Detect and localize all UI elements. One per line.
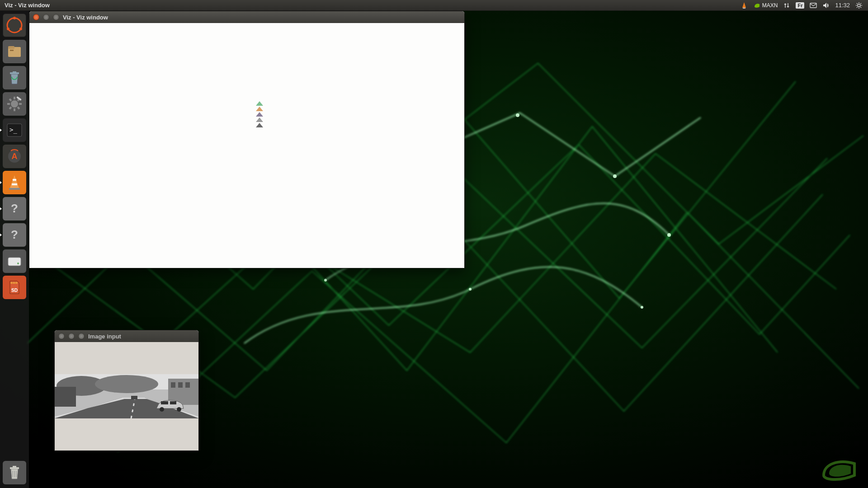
svg-text:>_: >_ [9,126,17,134]
svg-point-2 [613,174,617,178]
svg-line-17 [861,7,862,8]
keyboard-layout-indicator[interactable]: Fr [793,0,807,10]
svg-rect-44 [12,183,17,185]
svg-point-20 [7,18,22,33]
svg-point-11 [858,4,860,7]
image-input-canvas[interactable] [55,342,198,450]
svg-rect-56 [13,466,16,468]
svg-rect-8 [743,8,745,9]
svg-rect-25 [8,46,14,49]
image-input-titlebar[interactable]: Image input [55,330,198,342]
svg-rect-64 [54,387,76,407]
triangle-marker [256,123,263,127]
help-icon[interactable]: ? [3,223,26,247]
triangle-marker [256,112,263,117]
vlc-icon[interactable] [3,171,26,194]
input-image-thumbnail [54,374,199,418]
external-drive-icon[interactable] [3,249,26,273]
svg-rect-54 [16,282,17,284]
nvidia-logo-icon [819,455,860,483]
help-icon[interactable]: ? [3,197,26,221]
svg-point-72 [160,407,164,412]
triangle-marker [256,107,263,111]
svg-rect-51 [11,282,12,284]
svg-line-33 [9,99,11,101]
minimize-button[interactable] [43,14,49,20]
svg-text:?: ? [11,228,18,241]
svg-rect-76 [131,396,137,399]
triangle-marker [256,117,263,122]
svg-line-35 [9,107,11,109]
software-updater-icon[interactable]: A [3,145,26,168]
svg-marker-7 [742,2,746,8]
image-input-window: Image input [54,330,199,451]
svg-text:A: A [12,152,18,161]
window-title: Viz - Viz window [63,14,108,21]
viz-window: Viz - Viz window [29,11,465,268]
trash-icon[interactable] [3,461,26,484]
mail-indicator-icon[interactable] [807,0,820,10]
nvidia-indicator-icon[interactable]: MAXN [750,0,781,10]
svg-point-6 [641,306,643,309]
svg-marker-10 [823,3,826,8]
viz-marker-stack [256,101,263,127]
svg-line-16 [857,3,858,4]
svg-point-3 [667,233,671,237]
svg-rect-53 [14,282,15,284]
svg-point-49 [17,263,19,264]
triangle-marker [256,101,263,106]
svg-line-18 [857,7,858,8]
recycle-bin-icon[interactable] [3,66,26,89]
settings-gear-icon[interactable] [3,92,26,116]
svg-point-5 [469,288,472,291]
viz-window-titlebar[interactable]: Viz - Viz window [29,11,464,23]
power-profile-label: MAXN [762,2,778,9]
svg-rect-67 [178,382,183,388]
svg-rect-48 [8,258,21,266]
svg-point-1 [516,113,519,117]
svg-text:?: ? [11,202,18,215]
svg-line-34 [18,107,19,109]
svg-rect-66 [171,382,175,388]
svg-rect-45 [9,188,20,190]
svg-rect-74 [161,401,168,404]
svg-marker-42 [10,175,19,188]
network-indicator-icon[interactable] [780,0,793,10]
files-icon[interactable] [3,40,26,63]
vlc-indicator-icon[interactable] [738,0,750,10]
svg-rect-52 [13,282,14,284]
svg-rect-68 [185,382,190,388]
svg-rect-26 [10,50,14,51]
svg-point-28 [11,100,18,108]
terminal-icon[interactable]: >_ [3,118,26,142]
close-button[interactable] [33,14,39,20]
svg-point-4 [324,279,327,282]
svg-line-19 [861,3,862,4]
session-gear-icon[interactable] [853,0,865,10]
unity-launcher: >_ A ? ? SD [0,11,29,488]
svg-point-23 [19,28,22,30]
svg-rect-9 [810,3,816,8]
volume-indicator-icon[interactable] [820,0,832,10]
svg-point-21 [13,17,16,19]
maximize-button[interactable] [78,333,85,339]
maximize-button[interactable] [53,14,59,20]
close-button[interactable] [58,333,65,339]
active-app-title: Viz - Viz window [5,2,50,9]
svg-point-63 [95,375,158,393]
top-menu-bar: Viz - Viz window MAXN Fr 11:32 [0,0,868,11]
svg-point-22 [7,28,9,30]
svg-point-73 [177,407,181,412]
dash-icon[interactable] [3,14,26,37]
minimize-button[interactable] [68,333,75,339]
viz-3d-canvas[interactable] [29,23,464,268]
window-title: Image input [88,333,121,340]
sd-card-icon[interactable]: SD [3,276,26,299]
svg-text:SD: SD [11,288,18,293]
clock[interactable]: 11:32 [832,0,853,10]
svg-rect-43 [13,179,16,181]
svg-rect-75 [170,401,176,404]
